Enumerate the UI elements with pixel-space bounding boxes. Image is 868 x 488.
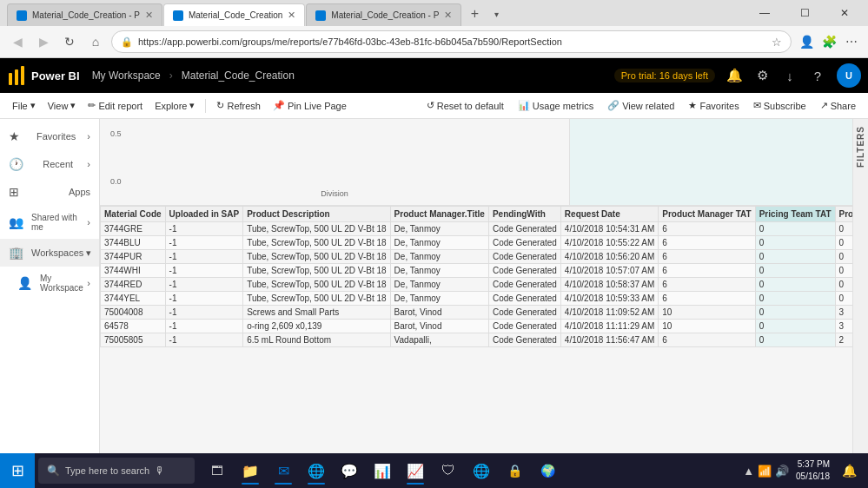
share-button[interactable]: ↗ Share (815, 97, 861, 114)
taskbar-app-cisco[interactable]: 🔒 (499, 455, 530, 486)
help-icon[interactable]: ? (805, 63, 830, 88)
col-material-code[interactable]: Material Code (101, 207, 166, 222)
sidebar-item-shared[interactable]: 👥 Shared with me › (0, 206, 99, 239)
tray-chevron-icon[interactable]: ▲ (743, 465, 754, 478)
taskbar-search-icon: 🔍 (47, 465, 60, 477)
col-procurement-tat[interactable]: Procurement Team TAT (835, 207, 852, 222)
col-pending-with[interactable]: PendingWith (488, 207, 560, 222)
filters-panel[interactable]: FILTERS (852, 119, 868, 488)
taskbar-app-skype[interactable]: 💬 (334, 455, 365, 486)
notification-icon[interactable]: 🔔 (722, 63, 746, 88)
download-icon[interactable]: ↓ (778, 63, 802, 88)
browser-tab-2[interactable]: Material_Code_Creation ✕ (163, 3, 305, 26)
tab-close-2[interactable]: ✕ (288, 10, 295, 21)
table-cell: 2 (835, 333, 852, 347)
col-pm-title[interactable]: Product Manager.Title (390, 207, 488, 222)
pbi-logo[interactable]: Power BI (7, 66, 80, 85)
explore-button[interactable]: Explore ▾ (149, 97, 200, 114)
edit-report-button[interactable]: ✏ Edit report (83, 97, 148, 114)
table-cell: 0 (755, 333, 835, 347)
maximize-button[interactable]: ☐ (785, 0, 825, 26)
home-button[interactable]: ⌂ (85, 31, 106, 52)
refresh-button[interactable]: ↻ Refresh (211, 97, 266, 114)
taskbar-app-explorer[interactable]: 📁 (235, 455, 266, 486)
table-cell: 6 (659, 250, 755, 264)
table-cell: Code Generated (488, 292, 560, 306)
taskbar-app-powerbi[interactable]: 📈 (400, 455, 431, 486)
col-uploaded-sap[interactable]: Uploaded in SAP (165, 207, 243, 222)
view-related-button[interactable]: 🔗 View related (602, 97, 679, 114)
table-cell: 0 (755, 278, 835, 292)
settings-icon[interactable]: ⚙ (750, 63, 774, 88)
extensions-button[interactable]: 🧩 (819, 32, 838, 51)
header-workspace-link[interactable]: My Workspace (87, 66, 166, 85)
pbi-header-icons: 🔔 ⚙ ↓ ? (722, 63, 830, 88)
outlook-icon: ✉ (278, 463, 289, 479)
back-button[interactable]: ◀ (7, 31, 28, 52)
taskbar-app-ie[interactable]: 🌐 (466, 455, 497, 486)
taskbar-app-taskview[interactable]: 🗔 (202, 455, 233, 486)
taskbar-app-outlook[interactable]: ✉ (268, 455, 299, 486)
subscribe-button[interactable]: ✉ Subscribe (748, 97, 812, 114)
taskbar-app-excel[interactable]: 📊 (367, 455, 398, 486)
sidebar-item-apps[interactable]: ⊞ Apps (0, 178, 99, 206)
table-cell: De, Tanmoy (390, 222, 488, 236)
col-product-desc[interactable]: Product Description (243, 207, 390, 222)
table-cell: 4/10/2018 10:59:33 AM (560, 292, 658, 306)
col-request-date[interactable]: Request Date (560, 207, 658, 222)
table-cell: Code Generated (488, 264, 560, 278)
browser-tab-1[interactable]: Material_Code_Creation - P ✕ (7, 3, 162, 26)
taskbar-mic-icon[interactable]: 🎙 (155, 465, 165, 477)
table-cell: Barot, Vinod (390, 306, 488, 320)
table-cell: Tube, ScrewTop, 500 UL 2D V-Bt 18 (243, 236, 390, 250)
cisco-icon: 🔒 (507, 464, 522, 478)
tab-close-3[interactable]: ✕ (444, 10, 452, 21)
header-report-link[interactable]: Material_Code_Creation (176, 66, 300, 85)
sidebar-item-my-workspace[interactable]: 👤 My Workspace › (0, 267, 99, 300)
tab-favicon-1 (17, 10, 27, 21)
view-menu[interactable]: View ▾ (43, 97, 82, 114)
sidebar-item-recent[interactable]: 🕐 Recent › (0, 150, 99, 178)
table-cell: 3744RED (101, 278, 166, 292)
favorites-button[interactable]: ★ Favorites (683, 97, 744, 114)
taskbar: ⊞ 🔍 Type here to search 🎙 🗔 📁 ✉ 🌐 💬 📊 📈 … (0, 453, 868, 488)
col-pm-tat[interactable]: Product Manager TAT (659, 207, 755, 222)
taskbar-app-vpn[interactable]: 🌍 (532, 455, 563, 486)
table-cell: 6 (659, 222, 755, 236)
col-pricing-tat[interactable]: Pricing Team TAT (755, 207, 835, 222)
browser-tab-3[interactable]: Material_Code_Creation - P ✕ (306, 3, 461, 26)
table-cell: De, Tanmoy (390, 292, 488, 306)
new-tab-button[interactable]: + (462, 2, 487, 26)
user-avatar[interactable]: U (837, 63, 861, 88)
start-button[interactable]: ⊞ (0, 453, 35, 488)
tray-network-icon[interactable]: 📶 (758, 465, 772, 478)
tray-volume-icon[interactable]: 🔊 (775, 465, 789, 478)
taskbar-search-box[interactable]: 🔍 Type here to search 🎙 (38, 458, 195, 484)
pin-icon: 📌 (273, 100, 285, 111)
tab-overflow-button[interactable]: ▾ (487, 2, 505, 26)
table-cell: Tube, ScrewTop, 500 UL 2D V-Bt 18 (243, 278, 390, 292)
data-table-wrapper[interactable]: Material Code Uploaded in SAP Product De… (100, 206, 852, 477)
more-options-button[interactable]: ⋯ (842, 32, 861, 51)
pin-live-button[interactable]: 📌 Pin Live Page (268, 97, 352, 114)
taskbar-right: ▲ 📶 🔊 5:37 PM 05/16/18 🔔 (736, 458, 868, 483)
taskbar-clock[interactable]: 5:37 PM 05/16/18 (792, 458, 833, 483)
minimize-button[interactable]: — (745, 0, 785, 26)
notification-center-button[interactable]: 🔔 (837, 458, 861, 483)
close-button[interactable]: ✕ (825, 0, 865, 26)
taskbar-app-security[interactable]: 🛡 (433, 455, 464, 486)
address-box[interactable]: 🔒 https://app.powerbi.com/groups/me/repo… (111, 30, 792, 53)
sidebar-item-favorites[interactable]: ★ Favorites › (0, 122, 99, 150)
tab-close-1[interactable]: ✕ (145, 10, 153, 21)
reset-default-button[interactable]: ↺ Reset to default (421, 97, 509, 114)
usage-metrics-button[interactable]: 📊 Usage metrics (513, 97, 599, 114)
usage-icon: 📊 (518, 100, 530, 111)
reload-button[interactable]: ↻ (59, 31, 80, 52)
filters-label: FILTERS (856, 126, 865, 168)
bookmark-star-icon[interactable]: ☆ (772, 36, 782, 49)
profile-button[interactable]: 👤 (797, 32, 816, 51)
file-menu[interactable]: File ▾ (7, 97, 41, 114)
sidebar-item-workspaces[interactable]: 🏢 Workspaces ▾ (0, 239, 99, 267)
taskbar-app-edge[interactable]: 🌐 (301, 455, 332, 486)
forward-button[interactable]: ▶ (33, 31, 54, 52)
